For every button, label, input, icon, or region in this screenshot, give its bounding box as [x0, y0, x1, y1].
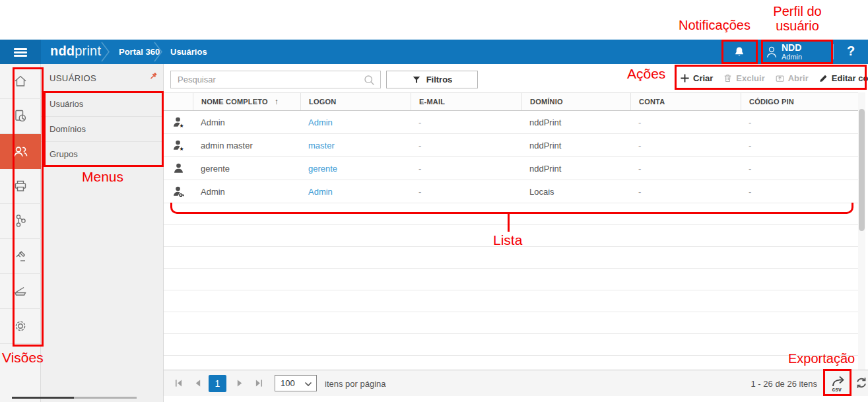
column-header-email[interactable]: E-MAIL	[411, 93, 521, 110]
pushpin-icon	[148, 71, 159, 83]
sidebar-item-printers[interactable]	[0, 169, 41, 204]
table-row[interactable]: gerente gerente - nddPrint - -	[164, 157, 858, 180]
gavel-icon	[13, 248, 28, 264]
table-row[interactable]: ★ admin master master - nddPrint - -	[164, 134, 858, 157]
cell-codigo-pin: -	[749, 141, 751, 151]
current-page-button[interactable]: 1	[209, 375, 226, 392]
edit-columns-button[interactable]: Editar colunas	[818, 73, 868, 83]
user-admin-star-icon: ★	[172, 116, 185, 129]
csv-export-icon: csv	[829, 374, 849, 393]
breadcrumb-chevron-icon	[153, 42, 164, 62]
sidebar-item-reports[interactable]	[0, 99, 41, 134]
annotation-notifications-label: Notificações	[679, 18, 751, 32]
menu-panel-title: USUÁRIOS	[50, 73, 96, 83]
user-local-admin-icon	[172, 185, 185, 198]
items-per-page-label: itens por página	[325, 379, 386, 389]
cell-email: -	[418, 117, 421, 127]
logon-link[interactable]: Admin	[308, 117, 333, 127]
svg-text:★: ★	[179, 123, 184, 129]
sidebar-item-scanner[interactable]	[0, 274, 41, 309]
column-header-nome-completo[interactable]: NOME COMPLETO↑	[193, 93, 300, 110]
open-window-icon	[775, 73, 785, 83]
cell-dominio: nddPrint	[521, 111, 630, 133]
nddprint-logo: nddprint	[50, 44, 101, 59]
bell-icon	[733, 45, 746, 59]
notifications-button[interactable]	[726, 42, 752, 62]
hamburger-icon	[14, 48, 27, 50]
actions-toolbar: Criar Excluir Abrir Editar colunas	[680, 68, 868, 88]
menu-item-grupos[interactable]: Grupos	[41, 142, 164, 167]
cell-conta: -	[638, 141, 641, 151]
trash-icon	[723, 73, 733, 83]
sidebar-item-settings[interactable]	[0, 309, 41, 344]
open-button[interactable]: Abrir	[775, 73, 809, 83]
column-header-dominio[interactable]: DOMÍNIO	[521, 93, 630, 110]
sort-ascending-icon: ↑	[275, 97, 279, 106]
sidebar-item-users[interactable]	[0, 134, 41, 169]
pagination-bar: 1 100 itens por página 1 - 26 de 26 iten…	[164, 370, 868, 396]
pin-button[interactable]	[148, 71, 159, 85]
page-size-select[interactable]: 100	[275, 375, 317, 391]
pencil-icon	[818, 73, 828, 83]
header-divider	[833, 44, 834, 59]
cell-email: -	[418, 141, 421, 151]
table-row[interactable]: ★ Admin Admin - nddPrint - -	[164, 111, 858, 134]
cell-codigo-pin: -	[749, 187, 751, 197]
last-page-button[interactable]	[255, 379, 263, 387]
users-icon	[12, 144, 29, 160]
cell-dominio: Locais	[521, 180, 630, 203]
cell-conta: -	[638, 187, 641, 197]
annotation-actions-label: Ações	[627, 67, 665, 81]
scanner-icon	[13, 283, 28, 299]
user-profile-button[interactable]: NDD Admin	[761, 40, 831, 64]
svg-text:csv: csv	[832, 386, 842, 393]
profile-role: Admin	[782, 53, 802, 61]
search-input[interactable]	[171, 71, 369, 88]
next-page-button[interactable]	[236, 379, 244, 387]
cell-conta: -	[638, 164, 641, 174]
chevron-down-icon	[304, 382, 312, 387]
export-csv-button[interactable]: csv	[829, 374, 849, 393]
plus-icon	[680, 73, 690, 83]
printer-icon	[13, 178, 28, 194]
scrollbar-thumb[interactable]	[859, 109, 865, 231]
column-header-conta[interactable]: CONTA	[630, 93, 741, 110]
column-header-logon[interactable]: LOGON	[300, 93, 411, 110]
views-sidebar	[0, 64, 41, 402]
sidebar-item-home[interactable]	[0, 64, 41, 99]
refresh-button[interactable]	[854, 376, 868, 390]
cell-email: -	[418, 187, 421, 197]
create-button[interactable]: Criar	[680, 73, 713, 83]
users-list: ★ Admin Admin - nddPrint - - ★ admin mas…	[164, 111, 858, 203]
annotation-profile-label: Perfil do usuário	[759, 4, 836, 33]
previous-page-button[interactable]	[194, 379, 201, 387]
hierarchy-icon	[13, 213, 28, 229]
user-admin-star-icon: ★	[172, 139, 185, 152]
logon-link[interactable]: gerente	[308, 164, 337, 174]
svg-text:★: ★	[179, 146, 184, 152]
sidebar-item-rules[interactable]	[0, 239, 41, 274]
refresh-icon	[854, 376, 868, 390]
menu-item-usuarios[interactable]: Usuários	[41, 91, 164, 117]
sidebar-item-hierarchy[interactable]	[0, 204, 41, 239]
filters-label: Filtros	[426, 75, 453, 84]
filters-button[interactable]: Filtros	[386, 71, 478, 88]
hamburger-menu-button[interactable]	[0, 40, 41, 64]
report-chart-icon	[13, 108, 28, 124]
menu-items: Usuários Domínios Grupos	[41, 91, 164, 167]
cell-dominio: nddPrint	[521, 157, 630, 180]
help-button[interactable]: ?	[842, 44, 859, 59]
cell-dominio: nddPrint	[521, 134, 630, 156]
users-menu-panel: USUÁRIOS Usuários Domínios Grupos	[41, 64, 164, 402]
first-page-button[interactable]	[174, 379, 183, 387]
logon-link[interactable]: Admin	[308, 187, 333, 197]
delete-button[interactable]: Excluir	[723, 73, 764, 83]
breadcrumb-usuarios: Usuários	[170, 47, 207, 57]
column-header-codigo-pin[interactable]: CÓDIGO PIN	[741, 93, 858, 110]
cell-email: -	[418, 164, 421, 174]
menu-item-dominios[interactable]: Domínios	[41, 117, 164, 142]
user-icon	[172, 162, 185, 175]
window-bottom-edge-dark	[12, 397, 74, 399]
logon-link[interactable]: master	[308, 141, 335, 151]
table-row[interactable]: Admin Admin - Locais - -	[164, 180, 858, 203]
